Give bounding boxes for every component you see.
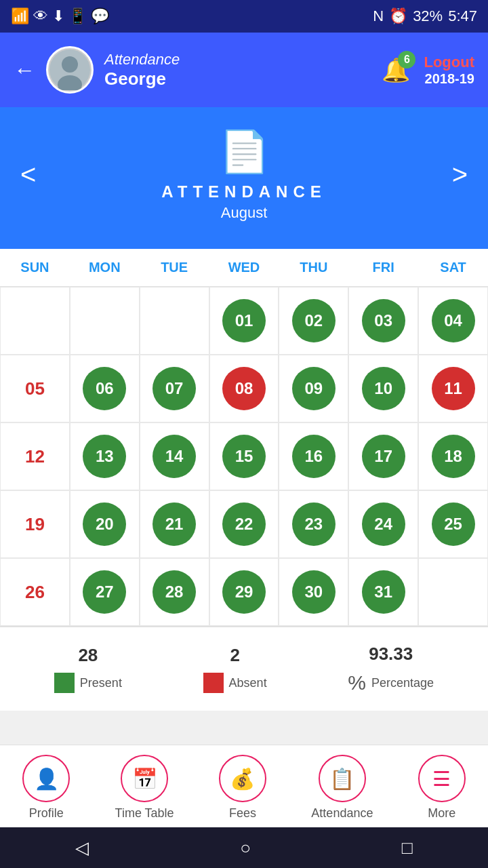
calendar-cell: 28 <box>140 558 209 626</box>
more-nav-label: More <box>428 806 455 821</box>
status-icons: 👁 ⬇ 📱 💬 <box>33 7 109 25</box>
calendar-cell: 04 <box>418 287 488 355</box>
time-display: 5:47 <box>448 7 477 25</box>
calendar-date: 01 <box>222 299 266 342</box>
header-right: 🔔 6 Logout 2018-19 <box>382 54 474 87</box>
bottom-nav: 👤Profile📅Time Table💰Fees📋Attendance☰More <box>0 745 488 827</box>
calendar-cell: 26 <box>0 558 70 626</box>
calendar-cell <box>0 287 70 355</box>
calendar-cell: 12 <box>0 422 70 490</box>
attendance-legend: 28 Present 2 Absent 93.33 % Percentage <box>0 626 488 711</box>
logout-button[interactable]: Logout <box>424 54 474 71</box>
calendar-date: 20 <box>83 502 126 546</box>
back-button[interactable]: ← <box>14 58 35 83</box>
calendar-day-header-sat: SAT <box>418 249 488 286</box>
more-icon: ☰ <box>418 755 466 802</box>
calendar-day-header-wed: WED <box>209 249 279 286</box>
calendar-date: 30 <box>292 570 336 614</box>
present-color-box <box>54 673 75 693</box>
calendar-cell: 29 <box>209 558 279 626</box>
profile-icon: 👤 <box>22 755 70 802</box>
calendar-cell: 18 <box>418 422 488 490</box>
nav-item-timetable[interactable]: 📅Time Table <box>115 755 174 821</box>
android-home-button[interactable]: ○ <box>240 837 251 859</box>
calendar-cell: 08 <box>209 355 279 422</box>
calendar-cell: 31 <box>348 558 418 626</box>
banner-title: ATTENDANCE <box>43 182 445 201</box>
android-recent-button[interactable]: □ <box>402 837 413 859</box>
attendance-icon: 📋 <box>319 755 366 802</box>
calendar-date: 29 <box>222 570 266 614</box>
nav-item-attendance[interactable]: 📋Attendance <box>311 755 373 821</box>
calendar-cell <box>140 287 209 355</box>
absent-legend: 2 Absent <box>203 645 267 693</box>
attendance-icon: 📄 <box>43 127 445 176</box>
present-label: Present <box>80 676 122 690</box>
calendar-date: 19 <box>13 502 56 546</box>
android-nav-bar: ◁ ○ □ <box>0 827 488 868</box>
absent-label: Absent <box>229 676 267 690</box>
calendar-date: 28 <box>152 570 196 614</box>
absent-color-box <box>203 673 224 693</box>
nfc-icon: N <box>373 7 384 25</box>
attendance-label: Attendance <box>104 51 180 68</box>
calendar-date: 24 <box>362 502 405 546</box>
timetable-nav-label: Time Table <box>115 806 174 821</box>
calendar-date: 10 <box>362 367 405 410</box>
calendar-date: 11 <box>432 367 475 410</box>
calendar-date: 23 <box>292 502 336 546</box>
logout-section: Logout 2018-19 <box>424 54 474 87</box>
calendar-day-header-thu: THU <box>279 249 348 286</box>
calendar-cell: 23 <box>279 490 348 558</box>
battery-text: 32% <box>413 7 443 25</box>
prev-month-button[interactable]: < <box>14 153 43 197</box>
calendar-date: 09 <box>292 367 336 410</box>
calendar-cell: 03 <box>348 287 418 355</box>
calendar-cell: 22 <box>209 490 279 558</box>
percentage-value: 93.33 <box>369 644 413 665</box>
avatar <box>46 46 94 94</box>
calendar-cell <box>70 287 140 355</box>
calendar-date: 18 <box>432 435 475 478</box>
present-count: 28 <box>78 645 98 666</box>
fees-nav-label: Fees <box>229 806 256 821</box>
calendar-cell: 24 <box>348 490 418 558</box>
app-header: ← Attendance George 🔔 6 Logout 2018-19 <box>0 33 488 107</box>
nav-item-fees[interactable]: 💰Fees <box>219 755 266 821</box>
year-label: 2018-19 <box>424 71 474 87</box>
status-right: N ⏰ 32% 5:47 <box>373 7 477 25</box>
calendar-cell: 13 <box>70 422 140 490</box>
calendar-cell: 15 <box>209 422 279 490</box>
calendar-day-header-fri: FRI <box>348 249 418 286</box>
status-bar: 📶 👁 ⬇ 📱 💬 N ⏰ 32% 5:47 <box>0 0 488 33</box>
calendar-day-header-tue: TUE <box>140 249 209 286</box>
absent-count: 2 <box>230 645 239 666</box>
calendar-date: 27 <box>83 570 126 614</box>
calendar-date: 08 <box>222 367 266 410</box>
status-left: 📶 👁 ⬇ 📱 💬 <box>11 7 109 25</box>
calendar-date: 14 <box>152 435 196 478</box>
calendar-date: 02 <box>292 299 336 342</box>
calendar-cell: 14 <box>140 422 209 490</box>
nav-item-profile[interactable]: 👤Profile <box>22 755 70 821</box>
calendar-cell: 27 <box>70 558 140 626</box>
percentage-label: Percentage <box>371 676 434 690</box>
notification-bell[interactable]: 🔔 6 <box>382 56 410 83</box>
alarm-icon: ⏰ <box>389 7 407 25</box>
calendar-cell <box>418 558 488 626</box>
calendar-date: 31 <box>362 570 405 614</box>
calendar-cell: 30 <box>279 558 348 626</box>
calendar-cell: 01 <box>209 287 279 355</box>
profile-nav-label: Profile <box>29 806 64 821</box>
calendar-cell: 20 <box>70 490 140 558</box>
calendar-date: 13 <box>83 435 126 478</box>
calendar-date: 12 <box>13 435 56 478</box>
android-back-button[interactable]: ◁ <box>75 837 89 859</box>
percent-symbol: % <box>348 671 366 694</box>
banner-month: August <box>43 204 445 222</box>
calendar-date: 16 <box>292 435 336 478</box>
calendar-cell: 25 <box>418 490 488 558</box>
next-month-button[interactable]: > <box>445 153 474 197</box>
calendar-day-header-mon: MON <box>70 249 140 286</box>
nav-item-more[interactable]: ☰More <box>418 755 466 821</box>
